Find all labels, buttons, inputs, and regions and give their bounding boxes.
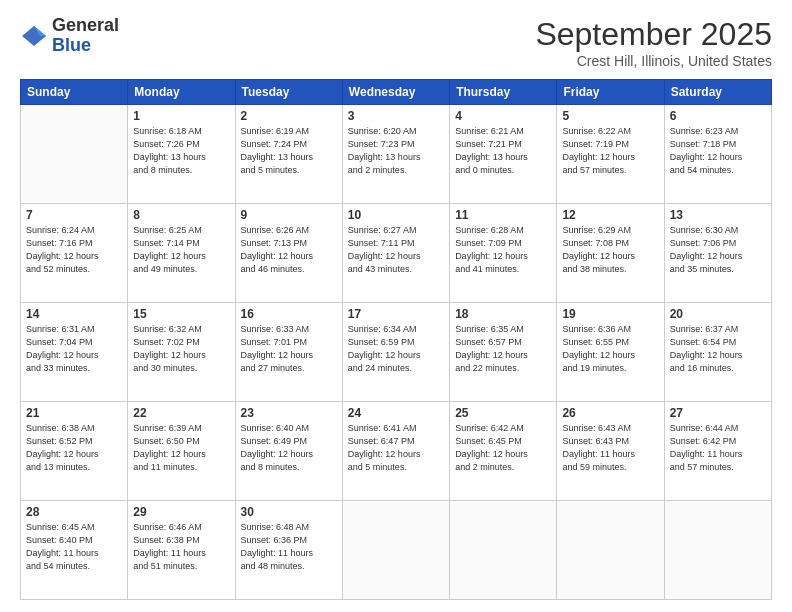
- col-sunday: Sunday: [21, 80, 128, 105]
- col-wednesday: Wednesday: [342, 80, 449, 105]
- day-info: Sunrise: 6:48 AMSunset: 6:36 PMDaylight:…: [241, 521, 337, 573]
- logo: General Blue: [20, 16, 119, 56]
- col-monday: Monday: [128, 80, 235, 105]
- day-info: Sunrise: 6:26 AMSunset: 7:13 PMDaylight:…: [241, 224, 337, 276]
- day-info: Sunrise: 6:46 AMSunset: 6:38 PMDaylight:…: [133, 521, 229, 573]
- calendar-table: Sunday Monday Tuesday Wednesday Thursday…: [20, 79, 772, 600]
- table-row: 13Sunrise: 6:30 AMSunset: 7:06 PMDayligh…: [664, 204, 771, 303]
- day-number: 16: [241, 307, 337, 321]
- day-number: 11: [455, 208, 551, 222]
- day-number: 28: [26, 505, 122, 519]
- table-row: [21, 105, 128, 204]
- table-row: 25Sunrise: 6:42 AMSunset: 6:45 PMDayligh…: [450, 402, 557, 501]
- day-number: 25: [455, 406, 551, 420]
- day-number: 23: [241, 406, 337, 420]
- day-info: Sunrise: 6:34 AMSunset: 6:59 PMDaylight:…: [348, 323, 444, 375]
- day-info: Sunrise: 6:30 AMSunset: 7:06 PMDaylight:…: [670, 224, 766, 276]
- day-number: 8: [133, 208, 229, 222]
- month-title: September 2025: [535, 16, 772, 53]
- table-row: 15Sunrise: 6:32 AMSunset: 7:02 PMDayligh…: [128, 303, 235, 402]
- calendar-week-row: 21Sunrise: 6:38 AMSunset: 6:52 PMDayligh…: [21, 402, 772, 501]
- table-row: 3Sunrise: 6:20 AMSunset: 7:23 PMDaylight…: [342, 105, 449, 204]
- logo-icon: [20, 22, 48, 50]
- table-row: 24Sunrise: 6:41 AMSunset: 6:47 PMDayligh…: [342, 402, 449, 501]
- title-block: September 2025 Crest Hill, Illinois, Uni…: [535, 16, 772, 69]
- logo-general-text: General: [52, 15, 119, 35]
- day-info: Sunrise: 6:38 AMSunset: 6:52 PMDaylight:…: [26, 422, 122, 474]
- day-info: Sunrise: 6:42 AMSunset: 6:45 PMDaylight:…: [455, 422, 551, 474]
- table-row: 11Sunrise: 6:28 AMSunset: 7:09 PMDayligh…: [450, 204, 557, 303]
- table-row: 20Sunrise: 6:37 AMSunset: 6:54 PMDayligh…: [664, 303, 771, 402]
- logo-blue-text: Blue: [52, 35, 91, 55]
- day-number: 27: [670, 406, 766, 420]
- day-info: Sunrise: 6:22 AMSunset: 7:19 PMDaylight:…: [562, 125, 658, 177]
- day-number: 9: [241, 208, 337, 222]
- day-info: Sunrise: 6:40 AMSunset: 6:49 PMDaylight:…: [241, 422, 337, 474]
- table-row: 5Sunrise: 6:22 AMSunset: 7:19 PMDaylight…: [557, 105, 664, 204]
- table-row: 26Sunrise: 6:43 AMSunset: 6:43 PMDayligh…: [557, 402, 664, 501]
- day-info: Sunrise: 6:21 AMSunset: 7:21 PMDaylight:…: [455, 125, 551, 177]
- day-number: 18: [455, 307, 551, 321]
- day-number: 14: [26, 307, 122, 321]
- day-info: Sunrise: 6:32 AMSunset: 7:02 PMDaylight:…: [133, 323, 229, 375]
- day-number: 15: [133, 307, 229, 321]
- day-info: Sunrise: 6:18 AMSunset: 7:26 PMDaylight:…: [133, 125, 229, 177]
- day-number: 21: [26, 406, 122, 420]
- table-row: 22Sunrise: 6:39 AMSunset: 6:50 PMDayligh…: [128, 402, 235, 501]
- table-row: 30Sunrise: 6:48 AMSunset: 6:36 PMDayligh…: [235, 501, 342, 600]
- table-row: 27Sunrise: 6:44 AMSunset: 6:42 PMDayligh…: [664, 402, 771, 501]
- table-row: 29Sunrise: 6:46 AMSunset: 6:38 PMDayligh…: [128, 501, 235, 600]
- day-info: Sunrise: 6:39 AMSunset: 6:50 PMDaylight:…: [133, 422, 229, 474]
- table-row: 9Sunrise: 6:26 AMSunset: 7:13 PMDaylight…: [235, 204, 342, 303]
- day-info: Sunrise: 6:19 AMSunset: 7:24 PMDaylight:…: [241, 125, 337, 177]
- day-number: 10: [348, 208, 444, 222]
- day-number: 2: [241, 109, 337, 123]
- table-row: 4Sunrise: 6:21 AMSunset: 7:21 PMDaylight…: [450, 105, 557, 204]
- calendar-header-row: Sunday Monday Tuesday Wednesday Thursday…: [21, 80, 772, 105]
- day-number: 7: [26, 208, 122, 222]
- col-tuesday: Tuesday: [235, 80, 342, 105]
- table-row: [664, 501, 771, 600]
- day-info: Sunrise: 6:23 AMSunset: 7:18 PMDaylight:…: [670, 125, 766, 177]
- day-info: Sunrise: 6:31 AMSunset: 7:04 PMDaylight:…: [26, 323, 122, 375]
- col-friday: Friday: [557, 80, 664, 105]
- day-info: Sunrise: 6:36 AMSunset: 6:55 PMDaylight:…: [562, 323, 658, 375]
- table-row: 2Sunrise: 6:19 AMSunset: 7:24 PMDaylight…: [235, 105, 342, 204]
- table-row: 8Sunrise: 6:25 AMSunset: 7:14 PMDaylight…: [128, 204, 235, 303]
- day-info: Sunrise: 6:43 AMSunset: 6:43 PMDaylight:…: [562, 422, 658, 474]
- day-number: 24: [348, 406, 444, 420]
- day-number: 26: [562, 406, 658, 420]
- calendar-week-row: 14Sunrise: 6:31 AMSunset: 7:04 PMDayligh…: [21, 303, 772, 402]
- page: General Blue September 2025 Crest Hill, …: [0, 0, 792, 612]
- day-number: 6: [670, 109, 766, 123]
- col-saturday: Saturday: [664, 80, 771, 105]
- table-row: [450, 501, 557, 600]
- table-row: 23Sunrise: 6:40 AMSunset: 6:49 PMDayligh…: [235, 402, 342, 501]
- table-row: 16Sunrise: 6:33 AMSunset: 7:01 PMDayligh…: [235, 303, 342, 402]
- table-row: 19Sunrise: 6:36 AMSunset: 6:55 PMDayligh…: [557, 303, 664, 402]
- location: Crest Hill, Illinois, United States: [535, 53, 772, 69]
- day-number: 4: [455, 109, 551, 123]
- day-info: Sunrise: 6:24 AMSunset: 7:16 PMDaylight:…: [26, 224, 122, 276]
- day-number: 30: [241, 505, 337, 519]
- day-info: Sunrise: 6:28 AMSunset: 7:09 PMDaylight:…: [455, 224, 551, 276]
- table-row: 10Sunrise: 6:27 AMSunset: 7:11 PMDayligh…: [342, 204, 449, 303]
- table-row: [342, 501, 449, 600]
- day-number: 22: [133, 406, 229, 420]
- calendar-week-row: 28Sunrise: 6:45 AMSunset: 6:40 PMDayligh…: [21, 501, 772, 600]
- day-info: Sunrise: 6:37 AMSunset: 6:54 PMDaylight:…: [670, 323, 766, 375]
- day-info: Sunrise: 6:35 AMSunset: 6:57 PMDaylight:…: [455, 323, 551, 375]
- calendar-week-row: 7Sunrise: 6:24 AMSunset: 7:16 PMDaylight…: [21, 204, 772, 303]
- day-number: 5: [562, 109, 658, 123]
- day-info: Sunrise: 6:29 AMSunset: 7:08 PMDaylight:…: [562, 224, 658, 276]
- day-number: 3: [348, 109, 444, 123]
- table-row: 14Sunrise: 6:31 AMSunset: 7:04 PMDayligh…: [21, 303, 128, 402]
- day-info: Sunrise: 6:41 AMSunset: 6:47 PMDaylight:…: [348, 422, 444, 474]
- table-row: 21Sunrise: 6:38 AMSunset: 6:52 PMDayligh…: [21, 402, 128, 501]
- table-row: 18Sunrise: 6:35 AMSunset: 6:57 PMDayligh…: [450, 303, 557, 402]
- table-row: 7Sunrise: 6:24 AMSunset: 7:16 PMDaylight…: [21, 204, 128, 303]
- day-info: Sunrise: 6:27 AMSunset: 7:11 PMDaylight:…: [348, 224, 444, 276]
- table-row: 17Sunrise: 6:34 AMSunset: 6:59 PMDayligh…: [342, 303, 449, 402]
- header: General Blue September 2025 Crest Hill, …: [20, 16, 772, 69]
- day-number: 1: [133, 109, 229, 123]
